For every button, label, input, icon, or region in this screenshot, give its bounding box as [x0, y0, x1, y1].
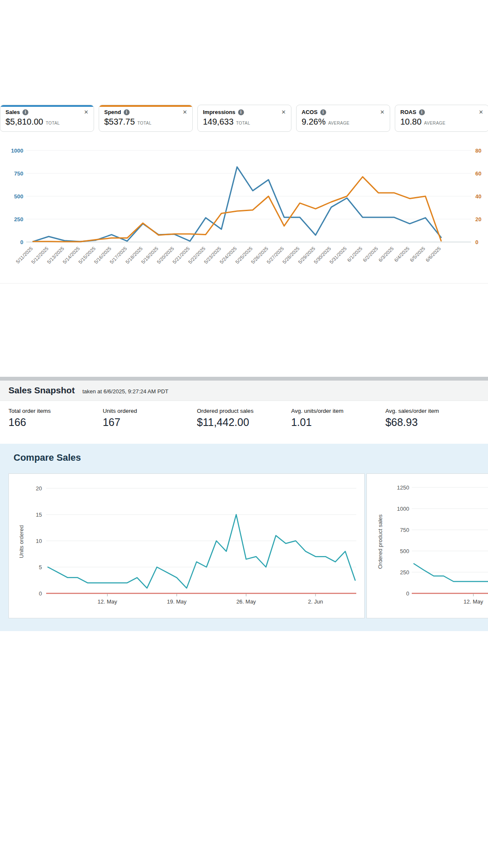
sales-snapshot-title: Sales Snapshot [8, 385, 75, 395]
info-icon[interactable]: i [320, 109, 326, 115]
svg-text:750: 750 [14, 170, 23, 177]
svg-text:40: 40 [475, 193, 481, 200]
main-date-labels: 5/11/20255/12/20255/13/20255/14/20255/15… [15, 246, 441, 265]
metric-label: Total order items [8, 408, 103, 414]
compare-sales-section: Compare Sales 05101520Units ordered12. M… [0, 444, 488, 631]
svg-text:500: 500 [400, 548, 409, 554]
spend-accent-bar [99, 105, 193, 107]
metric-card-spend: Spend i ✕ $537.75 TOTAL [99, 105, 193, 132]
metric-card-acos: ACOS i ✕ 9.26% AVERAGE [296, 105, 390, 132]
metric-cards-row: Sales i ✕ $5,810.00 TOTAL Spend i ✕ $537… [0, 105, 488, 132]
svg-text:250: 250 [14, 216, 23, 223]
svg-text:19. May: 19. May [167, 598, 187, 605]
compare-sales-title: Compare Sales [14, 452, 488, 463]
metric-card-sales: Sales i ✕ $5,810.00 TOTAL [0, 105, 94, 132]
metric-label: Units ordered [103, 408, 197, 414]
sales-snapshot-section: Sales Snapshot taken at 6/6/2025, 9:27:2… [0, 377, 488, 439]
close-icon[interactable]: ✕ [84, 109, 89, 115]
svg-text:6/4/2025: 6/4/2025 [393, 246, 410, 263]
metric-card-value: 9.26% [302, 117, 326, 127]
info-icon[interactable]: i [22, 109, 28, 115]
gridlines [412, 487, 488, 593]
sales-line [33, 167, 441, 242]
performance-chart-svg[interactable]: 025050075010000204060805/11/20255/12/202… [0, 140, 488, 275]
units-ordered-chart-card[interactable]: 05101520Units ordered12. May19. May26. M… [8, 473, 365, 618]
data-line [414, 564, 488, 581]
svg-text:12. May: 12. May [97, 598, 117, 605]
units-ordered-chart-svg[interactable]: 05101520Units ordered12. May19. May26. M… [9, 474, 364, 618]
snapshot-metric-avg-units: Avg. units/order item 1.01 [291, 408, 385, 428]
svg-text:20: 20 [36, 485, 42, 492]
metric-label: Ordered product sales [197, 408, 291, 414]
svg-text:6/1/2025: 6/1/2025 [346, 246, 363, 263]
svg-text:1250: 1250 [397, 484, 409, 491]
svg-text:6/3/2025: 6/3/2025 [377, 246, 394, 263]
close-icon[interactable]: ✕ [380, 109, 385, 115]
snapshot-metric-units-ordered: Units ordered 167 [103, 408, 197, 428]
metric-value: 167 [103, 416, 197, 428]
metric-value: 166 [8, 416, 103, 428]
svg-text:0: 0 [406, 590, 409, 597]
svg-text:2. Jun: 2. Jun [308, 598, 323, 605]
info-icon[interactable]: i [238, 109, 244, 115]
close-icon[interactable]: ✕ [281, 109, 286, 115]
metric-card-impressions: Impressions i ✕ 149,633 TOTAL [197, 105, 291, 132]
x-axis-labels: 12. May19. May26. May2. Jun [97, 593, 323, 605]
snapshot-timestamp: taken at 6/6/2025, 9:27:24 AM PDT [82, 388, 168, 395]
svg-text:0: 0 [39, 590, 42, 597]
metric-value: $68.93 [385, 416, 480, 428]
metric-card-label: Spend [104, 109, 121, 115]
metric-card-value: $537.75 [104, 117, 135, 127]
metric-value: $11,442.00 [197, 416, 291, 428]
svg-text:5/31/2025: 5/31/2025 [329, 246, 348, 265]
spend-line [33, 177, 441, 242]
svg-text:15: 15 [36, 512, 42, 518]
info-icon[interactable]: i [419, 109, 425, 115]
svg-text:250: 250 [400, 569, 409, 576]
snapshot-metric-ordered-product-sales: Ordered product sales $11,442.00 [197, 408, 291, 428]
svg-text:1000: 1000 [397, 506, 409, 512]
metric-card-value: 149,633 [203, 117, 233, 127]
gridlines [46, 488, 356, 593]
y-axis-labels: 05101520 [36, 485, 42, 597]
sales-snapshot-header: Sales Snapshot taken at 6/6/2025, 9:27:2… [0, 381, 488, 401]
section-divider [0, 283, 488, 284]
y-axis-title: Units ordered [18, 525, 25, 558]
ordered-product-sales-chart-svg[interactable]: 025050075010001250Ordered product sales1… [367, 474, 488, 618]
close-icon[interactable]: ✕ [183, 109, 187, 115]
snapshot-metric-total-order-items: Total order items 166 [8, 408, 103, 428]
svg-text:12. May: 12. May [463, 598, 483, 605]
metric-value: 1.01 [291, 416, 385, 428]
snapshot-metric-avg-sales: Avg. sales/order item $68.93 [385, 408, 480, 428]
metric-card-value: $5,810.00 [6, 117, 43, 127]
metric-card-label: Sales [6, 109, 20, 115]
metric-card-suffix: TOTAL [236, 121, 250, 125]
metric-card-suffix: TOTAL [137, 121, 151, 125]
svg-text:0: 0 [20, 239, 23, 245]
y-axis-labels: 025050075010001250 [397, 484, 409, 597]
metric-card-suffix: TOTAL [46, 121, 60, 125]
svg-text:0: 0 [475, 239, 478, 245]
metric-card-suffix: AVERAGE [328, 121, 349, 125]
svg-text:6/6/2025: 6/6/2025 [425, 246, 442, 263]
metric-card-suffix: AVERAGE [424, 121, 445, 125]
svg-text:1000: 1000 [11, 147, 23, 154]
ordered-product-sales-chart-card[interactable]: 025050075010001250Ordered product sales1… [366, 473, 488, 618]
main-left-axis-labels: 02505007501000 [11, 147, 23, 245]
svg-text:5: 5 [39, 564, 42, 570]
metric-label: Avg. sales/order item [385, 408, 480, 414]
metric-card-roas: ROAS i ✕ 10.80 AVERAGE [395, 105, 488, 132]
performance-chart[interactable]: 025050075010000204060805/11/20255/12/202… [0, 140, 488, 277]
data-line [48, 515, 355, 588]
svg-text:10: 10 [36, 538, 42, 544]
sales-accent-bar [0, 105, 94, 107]
close-icon[interactable]: ✕ [479, 109, 483, 115]
divider-bar [0, 377, 488, 381]
snapshot-metrics-row: Total order items 166 Units ordered 167 … [0, 401, 488, 439]
svg-text:6/2/2025: 6/2/2025 [362, 246, 379, 263]
y-axis-title: Ordered product sales [377, 514, 383, 569]
metric-card-label: ROAS [400, 109, 416, 115]
info-icon[interactable]: i [124, 109, 130, 115]
svg-text:750: 750 [400, 527, 409, 533]
x-axis-labels: 12. May [463, 593, 483, 605]
